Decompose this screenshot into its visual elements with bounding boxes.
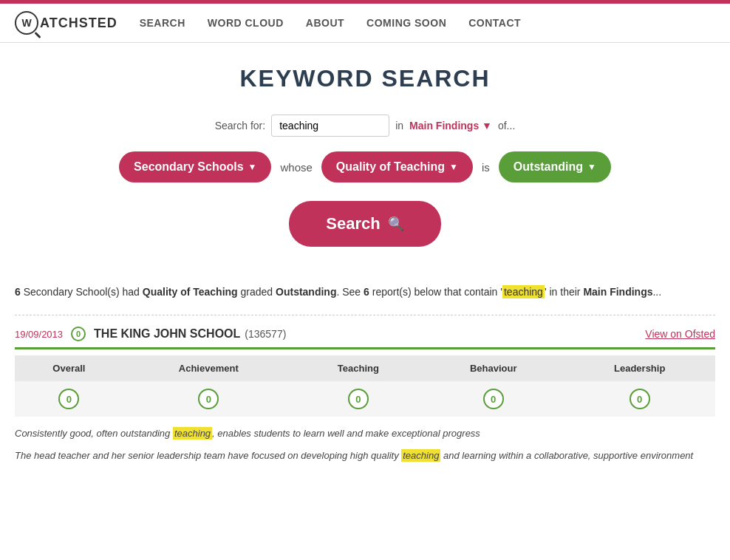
nav-link-about[interactable]: ABOUT bbox=[306, 17, 344, 29]
school-header: 19/09/2013 0 THE KING JOHN SCHOOL (13657… bbox=[15, 327, 715, 341]
achievement-value: 0 bbox=[123, 381, 294, 417]
search-icon: 🔍 bbox=[388, 216, 404, 232]
teaching-value: 0 bbox=[294, 381, 423, 417]
logo-icon: W bbox=[15, 11, 38, 35]
nav-link-contact[interactable]: CONTACT bbox=[468, 17, 521, 29]
search-row: Search for: in Main Findings ▼ of... bbox=[15, 115, 715, 137]
col-leadership: Leadership bbox=[564, 355, 715, 381]
school-date: 19/09/2013 bbox=[15, 329, 63, 340]
search-for-label: Search for: bbox=[215, 120, 265, 132]
dropdown-row: Secondary Schools ▼ whose Quality of Tea… bbox=[15, 151, 715, 182]
school-id: (136577) bbox=[245, 328, 286, 340]
view-ofsted-link[interactable]: View on Ofsted bbox=[645, 328, 715, 340]
keyword-highlight: teaching bbox=[502, 285, 545, 298]
grade-table-header-row: Overall Achievement Teaching Behaviour L… bbox=[15, 355, 715, 381]
col-behaviour: Behaviour bbox=[423, 355, 564, 381]
behaviour-value: 0 bbox=[423, 381, 564, 417]
quality-dropdown[interactable]: Quality of Teaching ▼ bbox=[321, 151, 473, 182]
page-title: KEYWORD SEARCH bbox=[15, 65, 715, 92]
school-header-left: 19/09/2013 0 THE KING JOHN SCHOOL (13657… bbox=[15, 327, 286, 341]
school-result: 19/09/2013 0 THE KING JOHN SCHOOL (13657… bbox=[15, 327, 715, 464]
main-content: KEYWORD SEARCH Search for: in Main Findi… bbox=[0, 43, 730, 502]
logo-text: ATCHSTED bbox=[40, 16, 117, 31]
school-desc-1: Consistently good, often outstanding tea… bbox=[15, 426, 715, 442]
of-text: of... bbox=[498, 120, 515, 132]
result-count: 6 bbox=[15, 286, 21, 298]
whose-text: whose bbox=[280, 161, 312, 174]
search-button[interactable]: Search 🔍 bbox=[289, 201, 440, 247]
col-achievement: Achievement bbox=[123, 355, 294, 381]
navbar: W ATCHSTED SEARCH WORD CLOUD ABOUT COMIN… bbox=[0, 4, 730, 43]
nav-link-coming-soon[interactable]: COMING SOON bbox=[366, 17, 446, 29]
logo[interactable]: W ATCHSTED bbox=[15, 11, 117, 35]
col-overall: Overall bbox=[15, 355, 123, 381]
school-desc-2: The head teacher and her senior leadersh… bbox=[15, 448, 715, 464]
results-summary: 6 Secondary School(s) had Quality of Tea… bbox=[15, 284, 715, 300]
school-name: THE KING JOHN SCHOOL bbox=[94, 327, 240, 341]
grade-dropdown[interactable]: Outstanding ▼ bbox=[499, 151, 611, 182]
nav-link-search[interactable]: SEARCH bbox=[140, 17, 185, 29]
school-grade-circle: 0 bbox=[71, 327, 86, 341]
school-type-dropdown[interactable]: Secondary Schools ▼ bbox=[119, 151, 271, 182]
is-text: is bbox=[482, 161, 490, 174]
overall-value: 0 bbox=[15, 381, 123, 417]
grade-table-values-row: 0 0 0 0 0 bbox=[15, 381, 715, 417]
grade-table: Overall Achievement Teaching Behaviour L… bbox=[15, 355, 715, 417]
main-findings-link[interactable]: Main Findings ▼ bbox=[409, 120, 492, 132]
grade-arrow: ▼ bbox=[587, 162, 596, 172]
report-count: 6 bbox=[364, 286, 369, 298]
nav-link-word-cloud[interactable]: WORD CLOUD bbox=[208, 17, 284, 29]
grade-label: Outstanding bbox=[276, 286, 336, 298]
leadership-value: 0 bbox=[564, 381, 715, 417]
col-teaching: Teaching bbox=[294, 355, 423, 381]
logo-handle bbox=[34, 32, 41, 38]
school-type-arrow: ▼ bbox=[248, 162, 257, 172]
search-form: Search for: in Main Findings ▼ of... Sec… bbox=[15, 115, 715, 269]
quality-label: Quality of Teaching bbox=[143, 286, 238, 298]
keyword-highlight-2: teaching bbox=[401, 449, 440, 462]
search-input[interactable] bbox=[271, 115, 389, 137]
green-bar bbox=[15, 347, 715, 349]
keyword-highlight-1: teaching bbox=[173, 427, 212, 440]
quality-arrow: ▼ bbox=[449, 162, 458, 172]
main-findings-label: Main Findings bbox=[583, 286, 652, 298]
nav-links: SEARCH WORD CLOUD ABOUT COMING SOON CONT… bbox=[140, 17, 521, 29]
in-text: in bbox=[395, 120, 403, 132]
divider bbox=[15, 315, 715, 315]
